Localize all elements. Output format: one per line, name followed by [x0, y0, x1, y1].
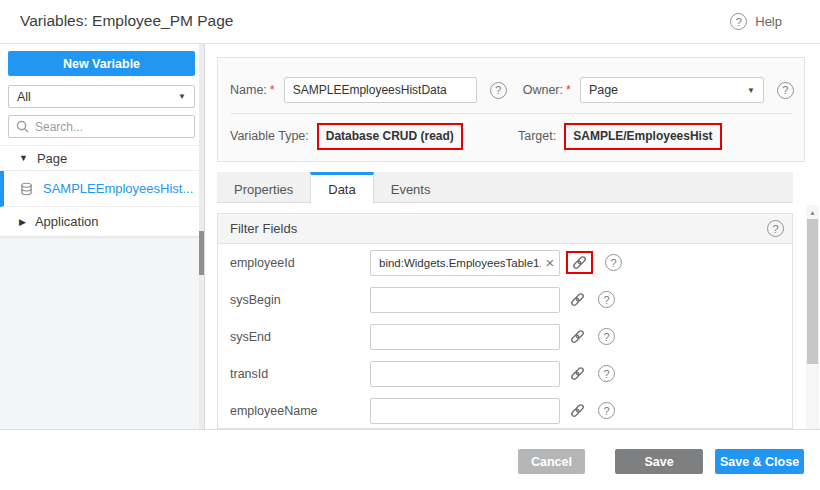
- name-help-icon[interactable]: ?: [490, 82, 507, 99]
- database-variable-icon: [19, 181, 34, 197]
- dialog-header: Variables: Employee_PM Page ? Help: [0, 0, 820, 44]
- field-help-icon[interactable]: ?: [598, 402, 615, 419]
- field-help-icon[interactable]: ?: [598, 328, 615, 345]
- type-target-row: Variable Type: Database CRUD (read) Targ…: [230, 119, 792, 153]
- bind-link-button-highlighted[interactable]: [566, 251, 593, 274]
- tab-properties[interactable]: Properties: [217, 172, 310, 203]
- chevron-down-icon: ▼: [19, 153, 28, 163]
- required-marker: *: [566, 83, 571, 97]
- tree-item-page[interactable]: ▼ Page: [0, 145, 200, 171]
- field-row-employeeName: employeeName ?: [218, 392, 792, 429]
- owner-help-icon[interactable]: ?: [777, 82, 794, 99]
- employeeId-input[interactable]: [370, 250, 560, 276]
- field-label: sysBegin: [230, 293, 370, 307]
- chevron-right-icon: ▶: [19, 217, 26, 227]
- filter-fields-header: Filter Fields ?: [218, 214, 792, 244]
- variable-details-panel: Name: * ? Owner: * Page ▼ ? Variable Typ…: [217, 57, 805, 162]
- save-button[interactable]: Save: [615, 449, 703, 474]
- help-icon: ?: [730, 13, 747, 30]
- field-help-icon[interactable]: ?: [598, 291, 615, 308]
- tree-item-application[interactable]: ▶ Application: [0, 207, 200, 237]
- new-variable-button[interactable]: New Variable: [8, 51, 195, 76]
- transId-input[interactable]: [370, 361, 560, 387]
- cancel-button[interactable]: Cancel: [518, 449, 585, 474]
- page-title: Variables: Employee_PM Page: [20, 12, 233, 30]
- bind-link-button[interactable]: [569, 402, 586, 419]
- clear-icon[interactable]: ×: [543, 253, 557, 273]
- bind-link-button[interactable]: [569, 291, 586, 308]
- tree-item-label: Page: [37, 151, 67, 166]
- field-label: sysEnd: [230, 330, 370, 344]
- filter-fields-help-icon[interactable]: ?: [767, 220, 784, 237]
- required-marker: *: [270, 83, 275, 97]
- name-input[interactable]: [284, 77, 477, 103]
- content-scrollbar-thumb[interactable]: [807, 219, 818, 364]
- variable-type-value-highlighted: Database CRUD (read): [317, 123, 463, 150]
- field-help-icon[interactable]: ?: [605, 254, 622, 271]
- tree-item-label: SAMPLEEmployeesHist...: [43, 181, 193, 196]
- variable-filter-select[interactable]: All ▼: [8, 85, 195, 108]
- tab-data[interactable]: Data: [310, 172, 373, 204]
- link-icon: [569, 365, 586, 382]
- name-label: Name:: [230, 83, 267, 97]
- sidebar-empty-area: [0, 237, 199, 429]
- sysBegin-input[interactable]: [370, 287, 560, 313]
- field-label: transId: [230, 367, 370, 381]
- filter-fields-title: Filter Fields: [230, 221, 297, 236]
- help-label: Help: [755, 14, 782, 29]
- field-label: employeeId: [230, 256, 370, 270]
- tree-item-label: Application: [35, 214, 99, 229]
- content-scrollbar-track[interactable]: ▲ ▼: [806, 205, 819, 438]
- name-owner-row: Name: * ? Owner: * Page ▼ ?: [230, 76, 794, 104]
- field-row-transId: transId ?: [218, 355, 792, 392]
- owner-select-value: Page: [589, 83, 618, 97]
- tab-events[interactable]: Events: [374, 172, 448, 203]
- field-row-employeeId: employeeId × ?: [218, 244, 792, 281]
- employeeName-input[interactable]: [370, 398, 560, 424]
- target-label: Target:: [518, 129, 556, 143]
- tree-item-variable-selected[interactable]: SAMPLEEmployeesHist...: [0, 171, 200, 207]
- owner-label: Owner:: [523, 83, 563, 97]
- panel-divider: [230, 113, 792, 114]
- search-icon: [15, 119, 30, 134]
- sidebar-search: [8, 115, 195, 138]
- variable-filter-value: All: [17, 90, 31, 104]
- filter-fields-panel: Filter Fields ? employeeId × ? sysBegin: [217, 213, 793, 429]
- help-link[interactable]: ? Help: [730, 13, 782, 30]
- field-help-icon[interactable]: ?: [598, 365, 615, 382]
- dialog-footer: Cancel Save Save & Close: [0, 429, 820, 490]
- field-label: employeeName: [230, 404, 370, 418]
- variable-type-label: Variable Type:: [230, 129, 309, 143]
- link-icon: [569, 291, 586, 308]
- owner-select[interactable]: Page ▼: [580, 77, 764, 103]
- chevron-down-icon: ▼: [178, 92, 186, 101]
- field-row-sysEnd: sysEnd ?: [218, 318, 792, 355]
- target-value-highlighted: SAMPLE/EmployeesHist: [564, 123, 721, 150]
- sysEnd-input[interactable]: [370, 324, 560, 350]
- link-icon: [569, 328, 586, 345]
- scroll-up-icon[interactable]: ▲: [806, 206, 819, 218]
- search-input[interactable]: [8, 115, 195, 138]
- link-icon: [571, 254, 588, 271]
- chevron-down-icon: ▼: [747, 86, 755, 95]
- link-icon: [569, 402, 586, 419]
- detail-tabs: Properties Data Events: [217, 172, 793, 203]
- sidebar-scrollbar-thumb[interactable]: [199, 231, 204, 275]
- field-row-sysBegin: sysBegin ?: [218, 281, 792, 318]
- variables-sidebar: New Variable All ▼ ▼ Page SAMPLEEmployee…: [0, 44, 205, 429]
- bind-link-button[interactable]: [569, 365, 586, 382]
- bind-link-button[interactable]: [569, 328, 586, 345]
- save-and-close-button[interactable]: Save & Close: [715, 449, 804, 474]
